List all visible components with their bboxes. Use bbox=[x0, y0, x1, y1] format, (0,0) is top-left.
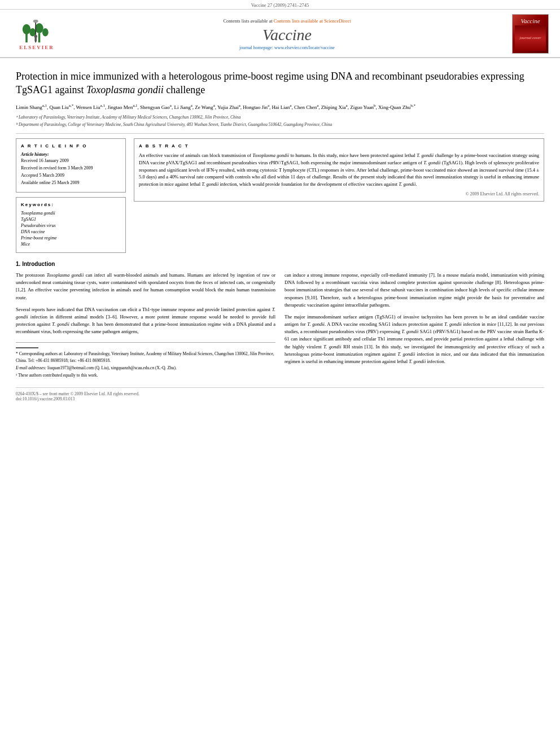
affiliation-a: ᵃ Laboratory of Parasitology, Veterinary… bbox=[16, 115, 544, 121]
keyword-3: Pseudorabies virus bbox=[21, 223, 121, 228]
svg-rect-4 bbox=[38, 33, 41, 42]
right-column: A B S T R A C T An effective vaccine of … bbox=[134, 138, 544, 253]
abstract-label: A B S T R A C T bbox=[139, 143, 539, 148]
journal-citation: Vaccine 27 (2009) 2741–2745 bbox=[0, 0, 560, 10]
journal-title: Vaccine bbox=[62, 26, 512, 44]
cover-subtitle: journal cover bbox=[520, 36, 541, 40]
history-label: Article history: bbox=[21, 152, 121, 157]
copyright-notice: © 2009 Elsevier Ltd. All rights reserved… bbox=[139, 191, 539, 196]
sciencedirect-label: Contents lists available at Contents lis… bbox=[62, 18, 512, 24]
svg-rect-9 bbox=[34, 38, 37, 41]
intro-right-para1: can induce a strong immune response, esp… bbox=[285, 272, 544, 309]
svg-point-8 bbox=[34, 34, 37, 37]
elsevier-logo: ELSEVIER bbox=[11, 18, 62, 50]
accepted-date: Accepted 5 March 2009 bbox=[21, 173, 121, 178]
intro-para1: The protozoon Toxoplasma gondii can infe… bbox=[16, 272, 275, 302]
authors-line: Limin Shanga,1, Quan Liua,*, Wensen Liua… bbox=[16, 103, 544, 112]
svg-point-3 bbox=[35, 23, 43, 33]
vaccine-cover-image: Vaccine journal cover bbox=[512, 14, 549, 54]
received-date: Received 16 January 2009 bbox=[21, 158, 121, 163]
section-number: 1. bbox=[16, 261, 20, 267]
footnote-rule bbox=[16, 347, 38, 348]
intro-para2: Several reports have indicated that DNA … bbox=[16, 306, 275, 336]
svg-point-5 bbox=[42, 28, 49, 36]
info-abstract-section: A R T I C L E I N F O Article history: R… bbox=[16, 138, 544, 253]
section-number-title: 1. Introduction bbox=[16, 261, 544, 267]
revised-date: Received in revised form 3 March 2009 bbox=[21, 165, 121, 171]
keyword-2: TgSAG1 bbox=[21, 217, 121, 222]
page-wrapper: Vaccine 27 (2009) 2741–2745 ELSEVIER bbox=[0, 0, 560, 747]
citation-text: Vaccine 27 (2009) 2741–2745 bbox=[251, 2, 309, 8]
keywords-label: Keywords: bbox=[21, 202, 121, 207]
keyword-5: Prime-boost regime bbox=[21, 235, 121, 241]
body-right: can induce a strong immune response, esp… bbox=[285, 272, 544, 379]
main-content: Protection in mice immunized with a hete… bbox=[0, 58, 560, 407]
journal-homepage: journal homepage: www.elsevier.com/locat… bbox=[62, 45, 512, 50]
elsevier-brand: ELSEVIER bbox=[19, 45, 54, 50]
svg-point-7 bbox=[33, 19, 38, 22]
affiliations: ᵃ Laboratory of Parasitology, Veterinary… bbox=[16, 115, 544, 128]
article-info-label: A R T I C L E I N F O bbox=[21, 143, 121, 148]
cover-title: Vaccine bbox=[520, 18, 540, 24]
keyword-1: Toxoplasma gondii bbox=[21, 211, 121, 216]
keyword-4: DNA vaccine bbox=[21, 229, 121, 234]
article-info-box: A R T I C L E I N F O Article history: R… bbox=[16, 138, 126, 193]
abstract-text: An effective vaccine of animals can bloc… bbox=[139, 152, 539, 188]
sciencedirect-name[interactable]: Contents lists available at ScienceDirec… bbox=[274, 18, 351, 24]
footnote-contributed: ¹ These authors contributed equally to t… bbox=[16, 372, 275, 378]
affiliation-b: ᵇ Department of Parasitology, College of… bbox=[16, 122, 544, 128]
article-title: Protection in mice immunized with a hete… bbox=[16, 69, 544, 97]
doi-line: doi:10.1016/j.vaccine.2009.03.013 bbox=[16, 396, 544, 401]
intro-right-para2: The major immunodominant surface antigen… bbox=[285, 313, 544, 365]
homepage-label: journal homepage: bbox=[239, 45, 273, 50]
body-left: The protozoon Toxoplasma gondii can infe… bbox=[16, 272, 275, 379]
keyword-6: Mice bbox=[21, 242, 121, 247]
title-italic-species: Toxoplasma gondii bbox=[86, 84, 164, 95]
divider bbox=[16, 133, 544, 134]
issn-line: 0264-410X/$ – see front matter © 2009 El… bbox=[16, 391, 544, 396]
journal-center: Contents lists available at Contents lis… bbox=[62, 18, 512, 50]
journal-header: ELSEVIER Contents lists available at Con… bbox=[0, 10, 560, 58]
footnote-area: * Corresponding authors at: Laboratory o… bbox=[16, 342, 275, 378]
svg-point-1 bbox=[23, 24, 30, 34]
svg-rect-0 bbox=[25, 33, 28, 42]
left-column: A R T I C L E I N F O Article history: R… bbox=[16, 138, 126, 253]
homepage-url[interactable]: www.elsevier.com/locate/vaccine bbox=[274, 45, 335, 50]
available-date: Available online 25 March 2009 bbox=[21, 180, 121, 185]
introduction-section: 1. Introduction The protozoon Toxoplasma… bbox=[16, 261, 544, 379]
keywords-box: Keywords: Toxoplasma gondii TgSAG1 Pseud… bbox=[16, 197, 126, 253]
abstract-box: A B S T R A C T An effective vaccine of … bbox=[134, 138, 544, 202]
footnote-email: E-mail addresses: liuquan1973@hotmail.co… bbox=[16, 365, 275, 371]
footnote-corresponding: * Corresponding authors at: Laboratory o… bbox=[16, 351, 275, 364]
section-title-text: Introduction bbox=[22, 261, 55, 267]
elsevier-tree-icon bbox=[20, 18, 54, 43]
body-two-col: The protozoon Toxoplasma gondii can infe… bbox=[16, 272, 544, 379]
bottom-bar: 0264-410X/$ – see front matter © 2009 El… bbox=[16, 387, 544, 401]
